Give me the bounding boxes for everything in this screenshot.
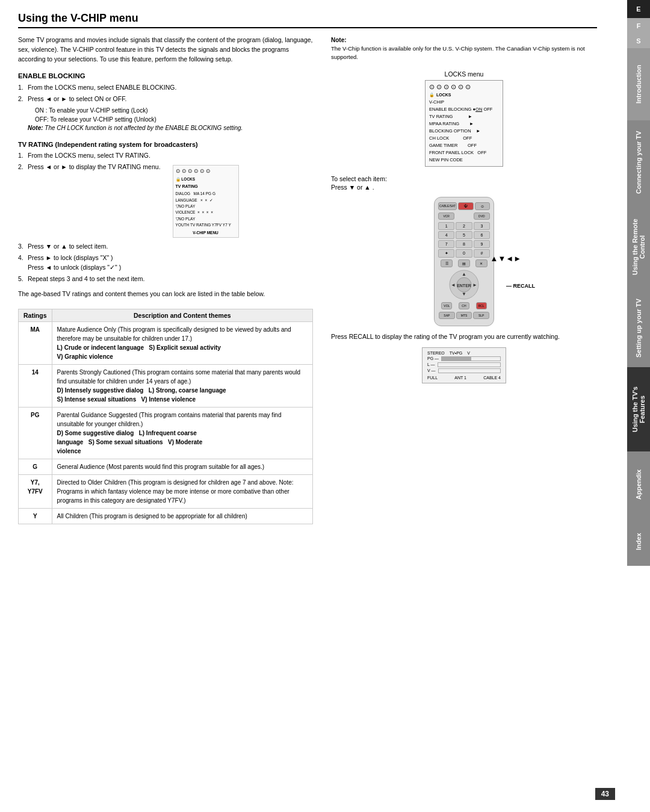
step-1-enable: 1. From the LOCKS menu, select ENABLE BL…: [18, 83, 313, 93]
svg-text:ENTER: ENTER: [457, 284, 471, 288]
tab-e[interactable]: E: [627, 0, 650, 18]
pg-bar-fill: [442, 357, 471, 361]
tab-s[interactable]: S: [627, 33, 650, 48]
chip-icon-6: ⊙: [206, 167, 211, 176]
tv-pg-label: TV•PG: [450, 351, 463, 355]
note-box: Note: The V-Chip function is available o…: [331, 36, 597, 62]
svg-text:►: ►: [472, 282, 477, 288]
tab-setting[interactable]: Setting up your TV: [627, 289, 650, 367]
desc-y7: Directed to Older Children (This program…: [52, 475, 312, 509]
locks-title: LOCKS: [436, 93, 451, 97]
remote-btn-3: 3: [474, 222, 490, 230]
menu-row-enable: ENABLE BLOCKING ●ON OFF: [429, 106, 499, 113]
intro-text: Some TV programs and movies include sign…: [18, 36, 313, 64]
icon-3: ⊙: [444, 83, 449, 91]
remote-middle-btns: ☰ ▤ ✕: [438, 259, 490, 267]
remote-btn-exit: ✕: [475, 259, 488, 267]
tab-index[interactable]: Index: [627, 518, 650, 566]
vchip-menu-image: ⊙ ⊙ ⊙ ⊙ ⊙ ⊙ 🔒 LOCKS TV RATING DIALOG MA …: [173, 165, 239, 238]
tab-f[interactable]: F: [627, 18, 650, 33]
v-left-label: V —: [427, 368, 436, 373]
menu-row-blocking: BLOCKING OPTION ►: [429, 128, 499, 135]
step-4-tv: 4. Press ► to lock (displays "X" ) Press…: [18, 253, 313, 273]
remote-btn-menu: ▤: [458, 259, 470, 267]
menu-row-newpin: NEW PIN CODE: [429, 157, 499, 164]
table-row: PG Parental Guidance Suggested (This pro…: [19, 408, 313, 459]
chip-icon-3: ⊙: [188, 167, 193, 176]
rating-y: Y: [19, 509, 52, 524]
menu-row-mpaa: MPAA RATING ►: [429, 120, 499, 128]
tab-introduction[interactable]: Introduction: [627, 48, 650, 120]
menu-row-tvrating: TV RATING ►: [429, 113, 499, 120]
arrow-indicator: ▲▼◄►: [491, 254, 521, 263]
locks-menu-illustration: ⊙ ⊙ ⊙ ⊙ ⊙ ⊙ 🔒 LOCKS V-CHIP ENABLE BLOC: [331, 80, 597, 167]
pg-display-top: STEREO TV•PG V: [427, 351, 501, 355]
icon-2: ⊙: [436, 83, 442, 91]
remote-illustration: CABLE/SAT ⏻ ⊙ VCR DVD 1: [331, 197, 597, 326]
locks-menu-label: LOCKS menu: [331, 70, 597, 78]
remote-btn-7: 7: [438, 240, 454, 248]
v-label: V: [467, 351, 470, 355]
menu-row-vchip: V-CHIP: [429, 99, 499, 106]
tab-appendix[interactable]: Appendix: [627, 451, 650, 518]
rating-ma: MA: [19, 322, 52, 365]
pg-display-labels: PG —: [427, 356, 501, 361]
remote-btn-5: 5: [456, 231, 472, 239]
remote-btn-hash: #: [474, 249, 490, 258]
rating-pg: PG: [19, 408, 52, 459]
locks-icon-row: 🔒 LOCKS: [429, 93, 499, 98]
ratings-table: Ratings Description and Content themes M…: [18, 309, 313, 524]
remote-btn-ch: CH: [459, 302, 469, 309]
tab-remote[interactable]: Using the Remote Control: [627, 205, 650, 289]
remote-btn-power: ⏻: [458, 202, 473, 210]
pg-left-label: PG —: [427, 356, 439, 361]
vchip-menu-bottom: V-CHIP MENU: [176, 230, 236, 236]
locks-menu-icons: ⊙ ⊙ ⊙ ⊙ ⊙ ⊙: [429, 83, 499, 91]
remote-btn-dvd: DVD: [474, 212, 490, 220]
pg-bar: [441, 356, 501, 361]
left-column: Some TV programs and movies include sign…: [18, 36, 313, 524]
remote-num-grid: 1 2 3 4 5 6 7 8 9 ✦ 0 #: [438, 222, 490, 258]
locks-menu-box: ⊙ ⊙ ⊙ ⊙ ⊙ ⊙ 🔒 LOCKS V-CHIP ENABLE BLOC: [425, 80, 503, 167]
step-5-tv: 5. Repeat steps 3 and 4 to set the next …: [18, 274, 313, 284]
note-title: Note:: [331, 36, 597, 45]
remote-btn-recall: RCL: [476, 302, 487, 309]
remote-btn-2: 2: [456, 222, 472, 230]
chip-icon-4: ⊙: [194, 167, 199, 176]
remote-btn-4: 4: [438, 231, 454, 239]
menu-row-gametimer: GAME TIMER OFF: [429, 142, 499, 149]
v-display-row: V —: [427, 368, 501, 373]
stereo-label: STEREO: [427, 351, 445, 355]
v-bar: [438, 368, 501, 373]
to-select-text: To select each item:: [331, 175, 597, 182]
remote-body: CABLE/SAT ⏻ ⊙ VCR DVD 1: [434, 197, 494, 326]
enable-blocking-title: ENABLE BLOCKING: [18, 72, 313, 79]
main-content: Using the V-CHIP menu Some TV programs a…: [0, 0, 627, 812]
on-text: ON : To enable your V-CHIP setting (Lock…: [35, 106, 313, 115]
remote-btn-extra1: SAP: [439, 312, 455, 319]
table-row: 14 Parents Strongly Cautioned (This prog…: [19, 365, 313, 408]
tv-rating-steps: 1. From the LOCKS menu, select TV RATING…: [18, 151, 313, 284]
page-number-bar: 43: [0, 788, 627, 800]
chip-icon-2: ⊙: [182, 167, 187, 176]
recall-label: — RECALL: [506, 283, 535, 289]
remote-btn-9: 9: [474, 240, 490, 248]
desc-14: Parents Strongly Cautioned (This program…: [52, 365, 312, 408]
icon-1: ⊙: [429, 83, 435, 91]
table-row: MA Mature Audience Only (This program is…: [19, 322, 313, 365]
lock-icon: 🔒: [429, 93, 435, 98]
remote-wrapper: CABLE/SAT ⏻ ⊙ VCR DVD 1: [434, 197, 494, 326]
l-bar: [438, 362, 501, 367]
remote-btn-star: ✦: [438, 249, 454, 258]
sidebar-tabs: E F S Introduction Connecting your TV Us…: [627, 0, 650, 812]
chip-icon-5: ⊙: [200, 167, 205, 176]
remote-bottom-btns: VOL CH RCL: [438, 302, 490, 309]
table-header-description: Description and Content themes: [52, 309, 312, 322]
tab-features[interactable]: Using the TV's Features: [627, 367, 650, 451]
remote-extra-btns: SAP MTS SLP: [438, 311, 490, 320]
press-arrow-text: Press ▼ or ▲ .: [331, 184, 597, 191]
menu-row-frontpanel: FRONT PANEL LOCK OFF: [429, 149, 499, 157]
icon-6: ⊙: [465, 83, 471, 91]
table-header-ratings: Ratings: [19, 309, 52, 322]
tab-connecting[interactable]: Connecting your TV: [627, 120, 650, 205]
